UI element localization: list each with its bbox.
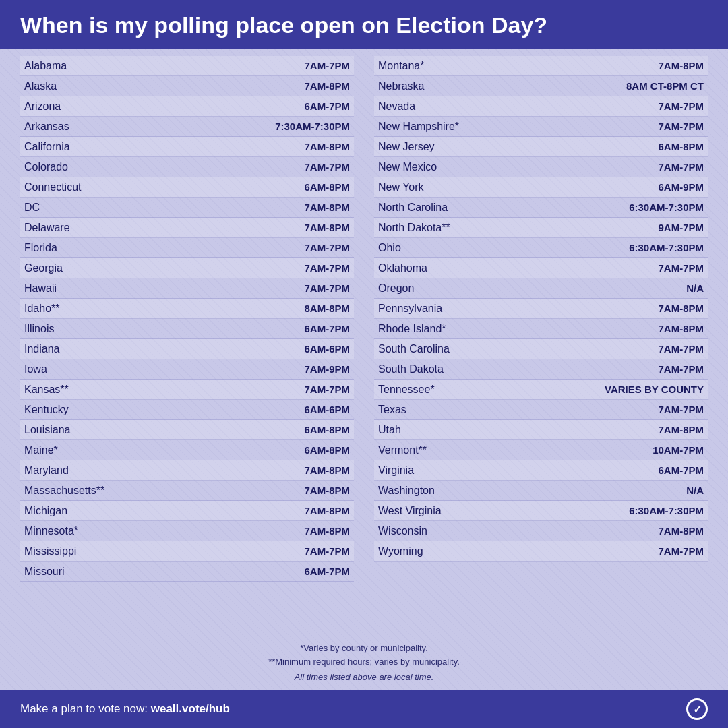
footer-cta-link[interactable]: weall.vote/hub <box>151 702 230 715</box>
state-hours: 7AM-7PM <box>658 545 704 557</box>
state-name: Oklahoma <box>378 262 427 274</box>
state-hours: 7AM-8PM <box>658 323 704 334</box>
state-hours: 6:30AM-7:30PM <box>629 505 704 516</box>
table-row: Arkansas 7:30AM-7:30PM <box>20 117 354 137</box>
state-hours: 7AM-8PM <box>304 525 350 537</box>
state-name: Louisiana <box>24 424 71 436</box>
state-hours: 7AM-7PM <box>658 100 704 112</box>
state-hours: 7AM-7PM <box>304 282 350 294</box>
state-name: Connecticut <box>24 181 82 193</box>
state-hours: 6:30AM-7:30PM <box>629 202 704 213</box>
table-row: DC 7AM-8PM <box>20 198 354 218</box>
state-hours: N/A <box>686 485 704 496</box>
state-hours: 7AM-8PM <box>658 424 704 435</box>
state-name: South Dakota <box>378 363 444 375</box>
state-hours: 6AM-8PM <box>304 444 350 456</box>
table-row: Texas 7AM-7PM <box>374 400 708 420</box>
table-row: Oregon N/A <box>374 278 708 299</box>
state-hours: 7AM-8PM <box>304 222 350 233</box>
table-row: South Dakota 7AM-7PM <box>374 359 708 380</box>
table-row: Minnesota* 7AM-8PM <box>20 521 354 541</box>
state-name: Minnesota* <box>24 525 78 537</box>
state-name: Alaska <box>24 80 57 92</box>
state-hours: 6AM-8PM <box>304 424 350 435</box>
table-row: Virginia 6AM-7PM <box>374 460 708 481</box>
state-name: Michigan <box>24 505 67 517</box>
table-row: Vermont** 10AM-7PM <box>374 440 708 460</box>
state-name: Washington <box>378 485 435 497</box>
table-row: Wyoming 7AM-7PM <box>374 541 708 562</box>
table-row: Colorado 7AM-7PM <box>20 157 354 177</box>
state-hours: 8AM CT-8PM CT <box>626 80 704 92</box>
state-hours: 6AM-9PM <box>658 181 704 193</box>
table-row: Kentucky 6AM-6PM <box>20 400 354 420</box>
state-name: Nevada <box>378 100 415 113</box>
table-row: Idaho** 8AM-8PM <box>20 299 354 319</box>
state-hours: 6AM-7PM <box>304 566 350 577</box>
state-hours: 7AM-7PM <box>658 262 704 274</box>
table-row: Ohio 6:30AM-7:30PM <box>374 238 708 258</box>
table-row: Nevada 7AM-7PM <box>374 96 708 117</box>
state-hours: 7AM-7PM <box>304 262 350 274</box>
table-row: Maine* 6AM-8PM <box>20 440 354 460</box>
table-row: Delaware 7AM-8PM <box>20 218 354 238</box>
state-hours: 7AM-7PM <box>658 161 704 173</box>
table-row: New York 6AM-9PM <box>374 177 708 198</box>
state-name: Wyoming <box>378 545 423 557</box>
state-hours: 6:30AM-7:30PM <box>629 242 704 253</box>
state-hours: 7AM-7PM <box>658 343 704 355</box>
state-hours: 9AM-7PM <box>658 222 704 233</box>
state-hours: 7AM-7PM <box>658 363 704 375</box>
state-hours: 7AM-9PM <box>304 363 350 375</box>
table-row: Illinois 6AM-7PM <box>20 319 354 339</box>
table-row: Utah 7AM-8PM <box>374 420 708 440</box>
state-name: Pennsylvania <box>378 303 442 315</box>
state-name: Arizona <box>24 100 61 113</box>
page-header: When is my polling place open on Electio… <box>0 0 728 49</box>
table-row: Maryland 7AM-8PM <box>20 460 354 481</box>
table-row: New Mexico 7AM-7PM <box>374 157 708 177</box>
page-wrapper: When is my polling place open on Electio… <box>0 0 728 728</box>
table-row: California 7AM-8PM <box>20 137 354 157</box>
state-hours: 6AM-6PM <box>304 404 350 415</box>
state-hours: VARIES BY COUNTY <box>605 384 704 395</box>
table-row: Connecticut 6AM-8PM <box>20 177 354 198</box>
state-name: West Virginia <box>378 505 442 517</box>
state-name: Ohio <box>378 242 401 254</box>
state-name: South Carolina <box>378 343 450 355</box>
state-hours: 6AM-7PM <box>658 464 704 476</box>
state-hours: 7AM-7PM <box>304 242 350 253</box>
table-row: South Carolina 7AM-7PM <box>374 339 708 359</box>
right-column: Montana* 7AM-8PM Nebraska 8AM CT-8PM CT … <box>367 56 708 638</box>
state-hours: 8AM-8PM <box>304 303 350 314</box>
table-row: Massachusetts** 7AM-8PM <box>20 481 354 501</box>
footnote-line1: *Varies by county or municipality. <box>20 642 708 656</box>
state-hours: 10AM-7PM <box>653 444 704 456</box>
left-column: Alabama 7AM-7PM Alaska 7AM-8PM Arizona 6… <box>20 56 367 638</box>
state-hours: 6AM-6PM <box>304 343 350 355</box>
table-row: Missouri 6AM-7PM <box>20 562 354 582</box>
state-name: North Carolina <box>378 202 448 214</box>
state-name: Florida <box>24 242 57 254</box>
state-name: Delaware <box>24 222 70 234</box>
state-hours: 7AM-7PM <box>658 121 704 132</box>
state-name: New Mexico <box>378 161 437 173</box>
state-hours: 7AM-7PM <box>658 404 704 415</box>
state-name: DC <box>24 202 40 214</box>
state-name: Vermont** <box>378 444 427 456</box>
table-row: Hawaii 7AM-7PM <box>20 278 354 299</box>
state-name: Arkansas <box>24 121 69 133</box>
state-name: Montana* <box>378 60 425 72</box>
table-row: Washington N/A <box>374 481 708 501</box>
state-hours: 7AM-8PM <box>304 505 350 516</box>
table-row: Alaska 7AM-8PM <box>20 76 354 96</box>
state-name: Virginia <box>378 464 414 477</box>
state-name: Maine* <box>24 444 58 456</box>
footnotes: *Varies by county or municipality. **Min… <box>20 642 708 685</box>
table-row: North Dakota** 9AM-7PM <box>374 218 708 238</box>
table-row: Montana* 7AM-8PM <box>374 56 708 76</box>
table-row: Kansas** 7AM-7PM <box>20 380 354 400</box>
state-name: Illinois <box>24 323 54 335</box>
state-name: Missouri <box>24 566 65 578</box>
page-title: When is my polling place open on Electio… <box>20 12 547 38</box>
